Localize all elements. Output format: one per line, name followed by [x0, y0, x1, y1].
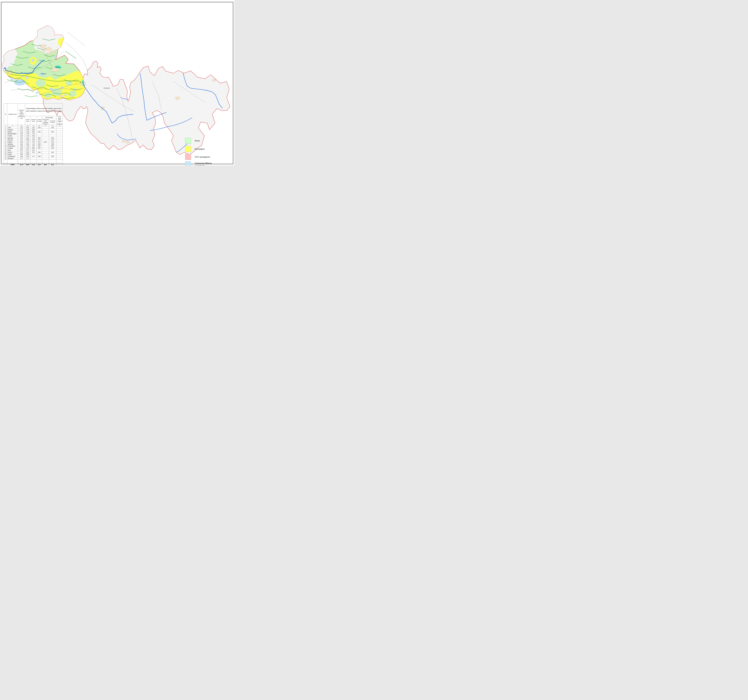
value-cell: 0,13: [36, 139, 42, 141]
table-row: 4Muxammadiev2,501,381,12: [4, 133, 63, 135]
row-number-cell: 15: [4, 155, 7, 157]
legend-item: Тупроқлар бўйича қониқарсиз: [185, 161, 211, 166]
value-cell: 3,13: [18, 131, 25, 133]
value-cell: [42, 135, 49, 137]
value-cell: [36, 133, 42, 135]
row-number-cell: 4: [4, 133, 7, 135]
value-cell: [42, 151, 49, 154]
value-cell: 2,23: [25, 137, 30, 139]
spacer-cell: [42, 159, 49, 163]
value-cell: [42, 131, 49, 133]
district-name-cell: Farg'ona: [7, 139, 18, 141]
value-cell: 0,04: [36, 155, 42, 157]
value-cell: 1,01: [30, 145, 36, 147]
spacer-cell: [25, 159, 30, 163]
legend-swatch: [185, 146, 191, 152]
value-cell: [56, 143, 63, 145]
legend-label: ССС қониқарсиз: [195, 156, 210, 158]
row-number-cell: 14: [4, 153, 7, 155]
value-cell: 3,58: [18, 141, 25, 143]
value-cell: 2,02: [30, 139, 36, 141]
spacer-row: [4, 159, 63, 163]
row-number-cell: 13: [4, 151, 7, 154]
row-number-cell: 12: [4, 149, 7, 151]
value-cell: 2,50: [18, 133, 25, 135]
value-cell: 0,01: [36, 147, 42, 149]
value-cell: [49, 129, 56, 131]
col-header-good: yaxshi yerlar: [25, 116, 30, 125]
value-cell: 2,29: [18, 145, 25, 147]
row-number-cell: 6: [4, 137, 7, 139]
row-number-cell: 7: [4, 139, 7, 141]
value-cell: 2,40: [18, 147, 25, 149]
column-index-cell: 10: [18, 125, 25, 126]
district-name-cell: Chim: [7, 126, 18, 129]
value-cell: [56, 157, 63, 160]
value-cell: [56, 133, 63, 135]
value-cell: [42, 133, 49, 135]
value-cell: [56, 139, 63, 141]
value-cell: 1,17: [25, 157, 30, 160]
value-cell: 0,06: [49, 137, 56, 139]
value-cell: [56, 137, 63, 139]
value-cell: [56, 155, 63, 157]
total-value-cell: [56, 163, 63, 166]
value-cell: [56, 141, 63, 143]
value-cell: 0,06: [30, 147, 36, 149]
value-cell: 1,17: [18, 157, 25, 160]
column-index-cell: 73: [42, 125, 49, 126]
district-name-cell: Qarabog': [7, 143, 18, 145]
value-cell: [42, 157, 49, 160]
col-header-by-both: sizot suvlari sathi chuquligi va sho'rla…: [56, 116, 63, 125]
district-name-cell: G'allakor: [7, 147, 18, 149]
district-name-cell: Boshqalar: [7, 157, 18, 160]
value-cell: [56, 151, 63, 154]
value-cell: [42, 126, 49, 129]
value-cell: 2,00: [18, 155, 25, 157]
value-cell: 0,04: [49, 143, 56, 145]
col-header-area: Sug'orila digan yerlarni umumiy maydon l…: [18, 103, 25, 125]
value-cell: [49, 133, 56, 135]
value-cell: [36, 129, 42, 131]
district-name-cell: Tuqboy: [7, 131, 18, 133]
value-cell: [36, 153, 42, 155]
district-name-cell: Oqrabod: [7, 129, 18, 131]
table-row: 12Tong0,870,750,12: [4, 149, 63, 151]
excel-flag-icon: [37, 163, 37, 164]
legend-item: Қониқарли: [185, 146, 205, 152]
value-cell: [30, 153, 36, 155]
legend-label: Қониқарли: [195, 148, 205, 150]
value-cell: [56, 147, 63, 149]
col-header-unsatisfactory: qoniqar siz yerlar: [36, 116, 42, 125]
col-header-by-salinity: sho'rlanish bo'yicha: [49, 119, 56, 125]
spacer-cell: [7, 159, 18, 163]
value-cell: 0,91: [25, 126, 30, 129]
value-cell: 0,74: [30, 151, 36, 154]
district-name-cell: Chimqurg'on: [7, 155, 18, 157]
table-row: 16Boshqalar1,171,17: [4, 157, 63, 160]
value-cell: 0,04: [36, 143, 42, 145]
legend-item: ССС қониқарсиз: [185, 154, 210, 160]
value-cell: 1,10: [25, 135, 30, 137]
value-cell: 2,26: [25, 131, 30, 133]
value-cell: 0,02: [49, 145, 56, 147]
value-cell: 0,85: [30, 131, 36, 133]
spacer-cell: [56, 159, 63, 163]
value-cell: 0,84: [25, 143, 30, 145]
spacer-cell: [49, 159, 56, 163]
district-name-cell: Tong: [7, 149, 18, 151]
column-index-cell: 70: [25, 125, 30, 126]
value-cell: 0,02: [49, 131, 56, 133]
value-cell: 3,47: [18, 137, 25, 139]
district-name-cell: Gagarin: [7, 141, 18, 143]
value-cell: 0,01: [49, 147, 56, 149]
district-name-cell: Oxunboboev: [7, 145, 18, 147]
value-cell: [42, 145, 49, 147]
row-number-cell: 8: [4, 141, 7, 143]
excel-flag-icon: [25, 163, 26, 164]
table-row: 13Navro'z1,730,950,740,030,03: [4, 151, 63, 154]
value-cell: [56, 126, 63, 129]
value-cell: 0,86: [30, 129, 36, 131]
spacer-cell: [18, 159, 25, 163]
spacer-cell: [30, 159, 36, 163]
